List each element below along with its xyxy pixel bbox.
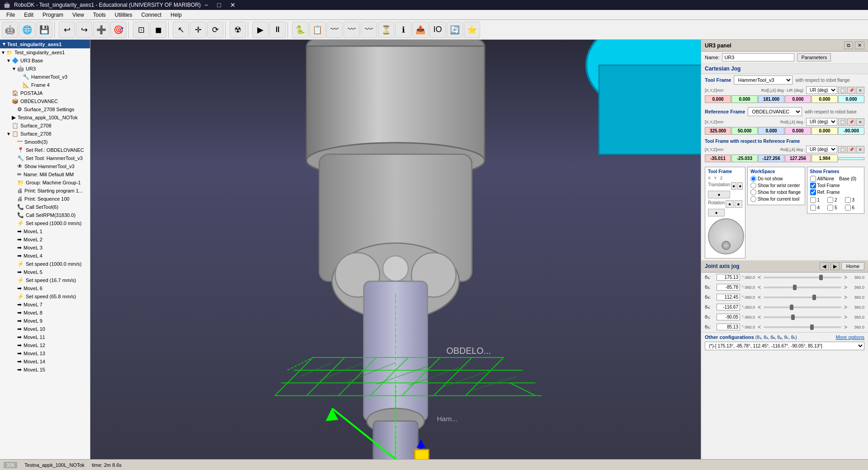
tool-frame-select[interactable]: HammerTool_v3 bbox=[734, 75, 793, 85]
radiation-btn[interactable]: ☢ bbox=[230, 22, 246, 38]
tree-item-movel-6[interactable]: ▸➡MoveL 6 bbox=[0, 284, 90, 292]
tree-item-movel-2[interactable]: ▸➡MoveL 2 bbox=[0, 235, 90, 244]
coord-rx-2[interactable]: 0.000 bbox=[785, 127, 811, 135]
joint-next-btn[interactable]: ▶ bbox=[830, 262, 840, 270]
coord-z-2[interactable]: 0.000 bbox=[758, 127, 784, 135]
coord-more-btn-2[interactable]: ≡ bbox=[856, 118, 864, 126]
tree-item-show-hammer[interactable]: ▸👁Show HammerTool_v3 bbox=[0, 162, 90, 170]
parameters-btn[interactable]: Parameters bbox=[797, 53, 831, 61]
save-btn[interactable]: 💾 bbox=[36, 22, 52, 38]
tree-item-movel-14[interactable]: ▸➡MoveL 14 bbox=[0, 357, 90, 366]
show-all-none-cb[interactable] bbox=[810, 176, 816, 182]
menu-item-view[interactable]: View bbox=[68, 11, 89, 19]
menu-item-utilities[interactable]: Utilities bbox=[110, 11, 137, 19]
export-btn[interactable]: 📤 bbox=[412, 22, 429, 38]
frame-4-cb[interactable] bbox=[810, 205, 816, 211]
menu-item-tools[interactable]: Tools bbox=[89, 11, 110, 19]
rotate-view-btn[interactable]: ⟳ bbox=[207, 22, 223, 38]
tree-item-movel-3[interactable]: ▸➡MoveL 3 bbox=[0, 244, 90, 252]
joystick[interactable] bbox=[708, 218, 744, 254]
tree-item-set-speed-65[interactable]: ▸⚡Set speed (65.8 mm/s) bbox=[0, 292, 90, 301]
home-btn[interactable]: Home bbox=[841, 262, 864, 270]
tree-item-name-mill[interactable]: ▸✏Name: Mill Default MM bbox=[0, 170, 90, 179]
tree-item-call-setrpm[interactable]: ▸📞Call SetRPM(31830.0) bbox=[0, 211, 90, 219]
tree-item-movel-13[interactable]: ▸➡MoveL 13 bbox=[0, 349, 90, 357]
info-btn[interactable]: ℹ bbox=[395, 22, 411, 38]
tree-item-print-seq[interactable]: ▸🖨Print: Sequence 100 bbox=[0, 195, 90, 203]
tree-item-movel-9[interactable]: ▸➡MoveL 9 bbox=[0, 317, 90, 325]
timer-btn[interactable]: ⏳ bbox=[378, 22, 394, 38]
joint-arrow-left-6[interactable]: < bbox=[757, 324, 762, 330]
ref-frame-select[interactable]: OBDELOVANEC bbox=[748, 107, 802, 116]
menu-item-help[interactable]: Help bbox=[166, 11, 186, 19]
workspace-radio-3[interactable] bbox=[750, 189, 756, 195]
more-options-btn[interactable]: More options bbox=[835, 334, 864, 340]
tree-item-movel-11[interactable]: ▸➡MoveL 11 bbox=[0, 333, 90, 341]
coord-copy-btn-2[interactable]: 📋 bbox=[838, 118, 846, 126]
undo-btn[interactable]: ↩ bbox=[59, 22, 75, 38]
coord-rz-2[interactable]: -90.000 bbox=[838, 127, 864, 135]
coord-x-3[interactable]: -35.011 bbox=[705, 155, 731, 162]
logo-btn[interactable]: 🤖 bbox=[2, 22, 18, 38]
tree-item-movel-7[interactable]: ▸➡MoveL 7 bbox=[0, 301, 90, 309]
joint-prev-btn[interactable]: ◀ bbox=[820, 262, 829, 270]
coord-ry-1[interactable]: 0.000 bbox=[811, 95, 838, 103]
tree-root[interactable]: ▾📁Test_singularity_axes1 bbox=[0, 48, 90, 56]
rot-y-btn[interactable]: ● bbox=[735, 200, 742, 208]
tree-item-movel-12[interactable]: ▸➡MoveL 12 bbox=[0, 341, 90, 349]
tree-item-obdelovanec[interactable]: ▸📦OBDELOVANEC bbox=[0, 97, 90, 105]
frame-1-cb[interactable] bbox=[810, 197, 816, 203]
coord-y-3[interactable]: -25.033 bbox=[731, 155, 758, 162]
coord-x-2[interactable]: 325.000 bbox=[705, 127, 731, 135]
coord-y-1[interactable]: 0.000 bbox=[731, 95, 758, 103]
joint-arrow-right-4[interactable]: > bbox=[843, 304, 848, 310]
tree-item-testna-appk[interactable]: ▸▶Testna_appk_100L_NOTok bbox=[0, 113, 90, 122]
frame-3-cb[interactable] bbox=[845, 197, 851, 203]
minimize-btn[interactable]: − bbox=[201, 0, 212, 9]
pause-btn[interactable]: ⏸ bbox=[269, 22, 286, 38]
coord-ry-2[interactable]: 0.000 bbox=[811, 127, 838, 135]
joint-input-2[interactable] bbox=[717, 284, 740, 291]
joint-arrow-left-1[interactable]: < bbox=[757, 274, 762, 281]
frame-2-cb[interactable] bbox=[827, 197, 833, 203]
joint-input-5[interactable] bbox=[717, 314, 740, 320]
tree-item-surface-2708-settings[interactable]: ▸⚙Surface_2708 Settings bbox=[0, 105, 90, 113]
copy-btn[interactable]: 📋 bbox=[309, 22, 326, 38]
star-btn[interactable]: ⭐ bbox=[464, 22, 480, 38]
joint-arrow-right-1[interactable]: > bbox=[843, 274, 848, 281]
joint-arrow-left-4[interactable]: < bbox=[757, 304, 762, 310]
joint-slider-1[interactable] bbox=[764, 277, 841, 278]
workspace-radio-2[interactable] bbox=[750, 183, 756, 188]
coord-paste-btn-1[interactable]: 📌 bbox=[847, 87, 855, 94]
joint-input-4[interactable] bbox=[717, 304, 740, 310]
tree-item-movel-4[interactable]: ▸➡MoveL 4 bbox=[0, 252, 90, 260]
joint-arrow-right-2[interactable]: > bbox=[843, 284, 848, 291]
joint-arrow-left-3[interactable]: < bbox=[757, 294, 762, 301]
tree-item-postaja[interactable]: ▸🏠POSTAJA bbox=[0, 89, 90, 97]
panel-float-btn[interactable]: ⧉ bbox=[844, 42, 853, 49]
coord-ry-3[interactable]: 1.984 bbox=[811, 155, 838, 162]
frame-6-cb[interactable] bbox=[845, 205, 851, 211]
tree-item-surface-2708-1[interactable]: ▸📋Surface_2708 bbox=[0, 122, 90, 130]
coord-y-2[interactable]: 50.000 bbox=[731, 127, 758, 135]
tree-item-set-ref[interactable]: ▸📍Set Ref.: OBDELOVANEC bbox=[0, 146, 90, 154]
new-btn[interactable]: 🌐 bbox=[19, 22, 35, 38]
add-robot-btn[interactable]: ➕ bbox=[93, 22, 109, 38]
coord-dropdown-3[interactable]: UR (deg) bbox=[806, 146, 837, 153]
joint-arrow-left-2[interactable]: < bbox=[757, 284, 762, 291]
joint-slider-6[interactable] bbox=[764, 326, 841, 328]
tree-item-ur3-base[interactable]: ▾🔷UR3 Base bbox=[0, 56, 90, 65]
tree-item-set-speed-16[interactable]: ▸⚡Set speed (16.7 mm/s) bbox=[0, 276, 90, 284]
menu-item-file[interactable]: File bbox=[2, 11, 19, 19]
coord-more-btn-1[interactable]: ≡ bbox=[856, 87, 864, 94]
joint-arrow-right-3[interactable]: > bbox=[843, 294, 848, 301]
show-tool-frame-cb[interactable] bbox=[810, 183, 816, 188]
coord-rx-3[interactable]: 127.256 bbox=[785, 155, 811, 162]
tree-item-movel-10[interactable]: ▸➡MoveL 10 bbox=[0, 325, 90, 333]
tree-item-smooth-3[interactable]: ▸〰Smooth(3) bbox=[0, 138, 90, 146]
close-btn[interactable]: ✕ bbox=[226, 0, 239, 9]
coord-copy-btn-3[interactable]: 📋 bbox=[838, 146, 846, 153]
joint-slider-3[interactable] bbox=[764, 296, 841, 298]
joint-slider-5[interactable] bbox=[764, 316, 841, 318]
coord-more-btn-3[interactable]: ≡ bbox=[856, 146, 864, 153]
